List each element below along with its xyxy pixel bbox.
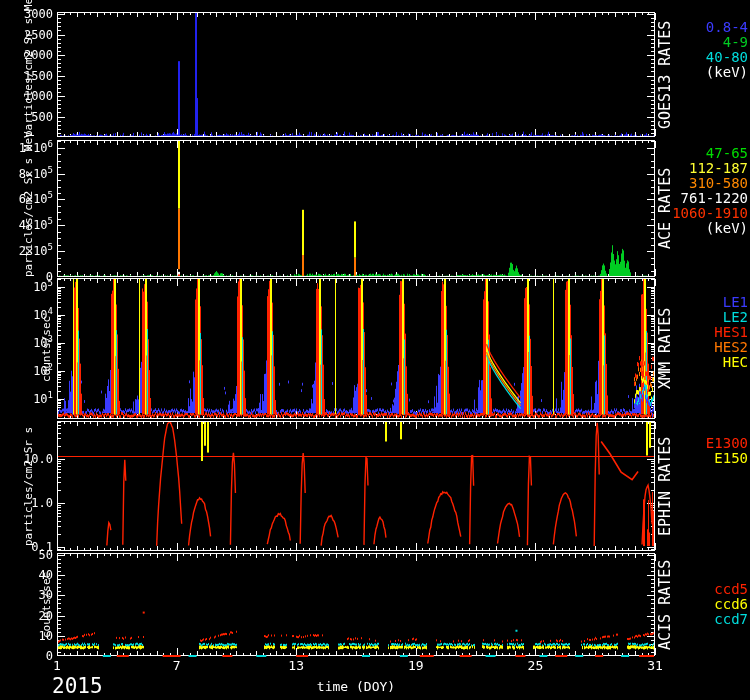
legend-item--kev-: (keV) (706, 65, 748, 80)
legend-item-ccd5: ccd5 (714, 582, 748, 597)
legend-item-4-9: 4-9 (706, 35, 748, 50)
legend-item-112-187: 112-187 (672, 161, 748, 176)
legend-item-1060-1910: 1060-1910 (672, 206, 748, 221)
legend-item-0-8-4: 0.8-4 (706, 20, 748, 35)
xmm-legend: LE1LE2HES1HES2HEC (714, 295, 748, 370)
goes13-legend: 0.8-44-940-80(keV) (706, 20, 748, 80)
x-axis-label: time (DOY) (57, 679, 655, 694)
legend-item-le1: LE1 (714, 295, 748, 310)
legend-item-ccd7: ccd7 (714, 612, 748, 627)
legend-item-hes1: HES1 (714, 325, 748, 340)
legend-item-le2: LE2 (714, 310, 748, 325)
legend-item--kev-: (keV) (672, 221, 748, 236)
panel-title-xmm: XMM RATES (656, 278, 673, 419)
legend-item-47-65: 47-65 (672, 146, 748, 161)
ace-legend: 47-65112-187310-580761-12201060-1910(keV… (672, 146, 748, 236)
legend-item-ccd6: ccd6 (714, 597, 748, 612)
legend-item-761-1220: 761-1220 (672, 191, 748, 206)
legend-item-e150: E150 (706, 451, 748, 466)
legend-item-hec: HEC (714, 355, 748, 370)
radiation-environment-summary-plot: GOES13 RATES ACE RATES XMM RATES EPHIN R… (0, 0, 750, 700)
panel-title-goes13: GOES13 RATES (656, 12, 673, 137)
legend-item-40-80: 40-80 (706, 50, 748, 65)
ephin-legend: E1300E150 (706, 436, 748, 466)
ephin-y-axis-label: particles/cm2 Sr s (22, 421, 36, 551)
acis-legend: ccd5ccd6ccd7 (714, 582, 748, 627)
legend-item-hes2: HES2 (714, 340, 748, 355)
legend-item-310-580: 310-580 (672, 176, 748, 191)
legend-item-e1300: E1300 (706, 436, 748, 451)
year-label: 2015 (52, 674, 103, 698)
acis-y-axis-label: counts/sec (40, 553, 54, 656)
xmm-y-axis-label: counts/sec (40, 278, 54, 419)
panel-title-ace: ACE RATES (656, 140, 673, 277)
goes13-y-axis-label: particles/cm2 Sr s MeV (22, 6, 36, 137)
panel-title-acis: ACIS RATES (656, 553, 673, 656)
ace-y-axis-label: particles/cm2 Sr s MeV (22, 140, 36, 277)
panel-title-ephin: EPHIN RATES (656, 421, 673, 551)
chart-canvas (0, 0, 750, 700)
